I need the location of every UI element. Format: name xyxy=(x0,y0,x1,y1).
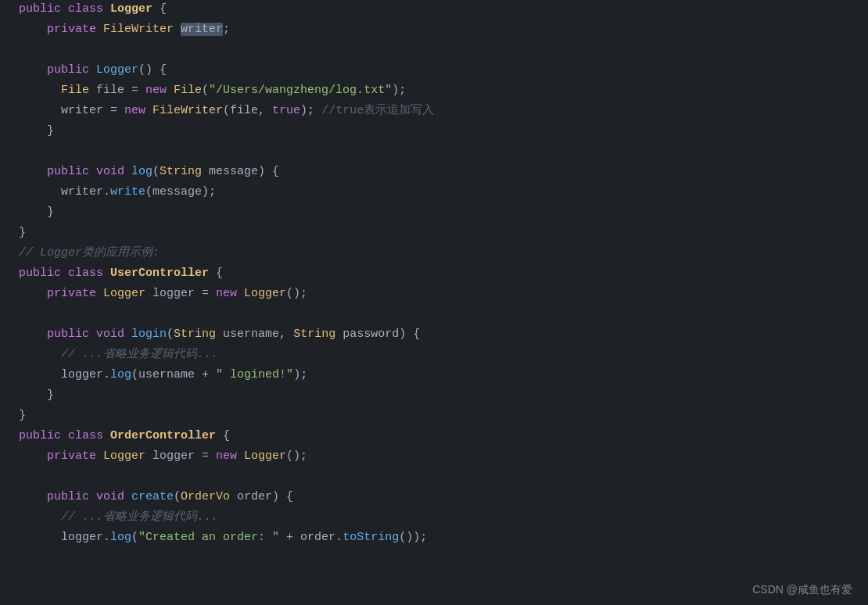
code-line: public class Logger { xyxy=(0,0,868,20)
line-content: // ...省略业务逻辑代码... xyxy=(19,345,868,364)
line-content xyxy=(19,467,868,486)
line-content: writer = new FileWriter(file, true); //t… xyxy=(19,102,868,120)
code-line xyxy=(0,305,868,325)
code-editor: public class Logger { private FileWriter… xyxy=(0,0,868,549)
line-content: } xyxy=(19,386,868,405)
code-line: File file = new File("/Users/wangzheng/l… xyxy=(0,81,868,102)
code-line: public void create(OrderVo order) { xyxy=(0,488,868,508)
code-line: logger.log("Created an order: " + order.… xyxy=(0,528,868,549)
code-line: // ...省略业务逻辑代码... xyxy=(0,508,868,528)
line-content xyxy=(19,305,868,324)
line-content: public class OrderController { xyxy=(19,427,868,446)
line-content: logger.log("Created an order: " + order.… xyxy=(19,528,868,547)
line-content: public class UserController { xyxy=(19,264,868,283)
code-line: public class UserController { xyxy=(0,264,868,285)
code-line xyxy=(0,467,868,488)
code-line: public class OrderController { xyxy=(0,427,868,447)
code-line: public void login(String username, Strin… xyxy=(0,325,868,345)
line-content: public class Logger { xyxy=(19,0,868,19)
watermark: CSDN @咸鱼也有爱 xyxy=(752,583,852,597)
code-line: } xyxy=(0,122,868,142)
code-line: public void log(String message) { xyxy=(0,163,868,183)
code-line: writer.write(message); xyxy=(0,183,868,203)
line-content: } xyxy=(19,122,868,141)
code-line xyxy=(0,142,868,163)
line-content: private FileWriter writer; xyxy=(19,20,868,39)
line-content: private Logger logger = new Logger(); xyxy=(19,447,868,466)
code-line: } xyxy=(0,224,868,244)
line-content: File file = new File("/Users/wangzheng/l… xyxy=(19,81,868,100)
line-content xyxy=(19,142,868,161)
code-line: private FileWriter writer; xyxy=(0,20,868,41)
line-content: logger.log(username + " logined!"); xyxy=(19,366,868,385)
code-line: // Logger类的应用示例: xyxy=(0,244,868,264)
line-content: public Logger() { xyxy=(19,61,868,80)
code-line: // ...省略业务逻辑代码... xyxy=(0,345,868,366)
line-content: public void log(String message) { xyxy=(19,163,868,181)
code-line: private Logger logger = new Logger(); xyxy=(0,447,868,467)
line-content: } xyxy=(19,203,868,222)
line-content: // ...省略业务逻辑代码... xyxy=(19,508,868,527)
line-content: } xyxy=(19,406,868,425)
code-line: logger.log(username + " logined!"); xyxy=(0,366,868,386)
code-line: public Logger() { xyxy=(0,61,868,81)
line-content: // Logger类的应用示例: xyxy=(19,244,868,263)
code-line: } xyxy=(0,406,868,427)
line-content: private Logger logger = new Logger(); xyxy=(19,285,868,303)
line-content: public void create(OrderVo order) { xyxy=(19,488,868,507)
code-line xyxy=(0,41,868,61)
code-line: } xyxy=(0,203,868,224)
line-content: public void login(String username, Strin… xyxy=(19,325,868,344)
code-line: writer = new FileWriter(file, true); //t… xyxy=(0,102,868,122)
line-content: writer.write(message); xyxy=(19,183,868,202)
code-line: } xyxy=(0,386,868,406)
code-line: private Logger logger = new Logger(); xyxy=(0,285,868,305)
line-content xyxy=(19,41,868,59)
line-content: } xyxy=(19,224,868,242)
